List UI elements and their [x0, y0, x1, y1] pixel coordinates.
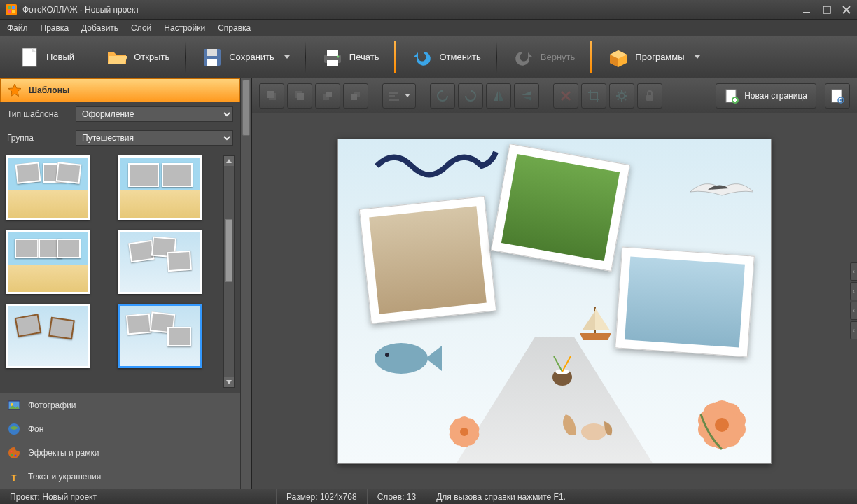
- svg-rect-4: [12, 10, 15, 13]
- svg-rect-10: [207, 59, 217, 66]
- menu-help[interactable]: Справка: [218, 23, 251, 33]
- page-gear-icon: [830, 88, 844, 104]
- new-page-button[interactable]: Новая страница: [716, 83, 816, 108]
- svg-point-50: [385, 353, 389, 357]
- sidebar-scrollbar[interactable]: [240, 78, 251, 489]
- sailboat-graphic: [576, 304, 615, 342]
- crop-button[interactable]: [581, 83, 606, 108]
- svg-line-38: [618, 92, 619, 93]
- palette-icon: [7, 446, 21, 460]
- chevron-down-icon: [405, 94, 410, 97]
- flip-vertical-button[interactable]: [514, 83, 539, 108]
- save-button[interactable]: Сохранить: [191, 40, 300, 75]
- side-handle[interactable]: ‹: [850, 321, 857, 340]
- print-button[interactable]: Печать: [312, 40, 389, 75]
- new-button[interactable]: Новый: [8, 40, 84, 75]
- bring-to-front-button[interactable]: [259, 83, 284, 108]
- template-group-filter: Группа Путешествия: [0, 126, 240, 150]
- canvas-viewport[interactable]: ‹ ‹ ‹ ‹: [252, 113, 857, 489]
- titlebar: ФотоКОЛЛАЖ - Новый проект: [0, 0, 857, 20]
- page-plus-icon: [725, 88, 739, 104]
- panel-background[interactable]: Фон: [0, 417, 240, 441]
- rotate-right-button[interactable]: [458, 83, 483, 108]
- panel-templates[interactable]: Шаблоны: [0, 78, 240, 102]
- chevron-down-icon: [284, 55, 290, 59]
- svg-point-62: [460, 428, 468, 436]
- programs-button[interactable]: Программы: [597, 40, 709, 75]
- maximize-button[interactable]: [822, 5, 832, 15]
- main-toolbar: Новый Открыть Сохранить Печать Отменить …: [0, 36, 857, 78]
- status-layers: Слоев: 13: [368, 489, 427, 504]
- file-icon: [18, 46, 41, 69]
- svg-point-47: [840, 99, 842, 101]
- rotate-left-button[interactable]: [430, 83, 455, 108]
- minimize-button[interactable]: [802, 5, 812, 15]
- canvas[interactable]: [337, 139, 772, 464]
- template-group-label: Группа: [7, 133, 70, 143]
- side-handle[interactable]: ‹: [850, 282, 857, 300]
- svg-rect-29: [351, 94, 357, 100]
- scroll-thumb[interactable]: [225, 219, 232, 282]
- svg-point-14: [337, 55, 339, 57]
- coconut-graphic: [548, 355, 576, 386]
- open-button[interactable]: Открыть: [96, 40, 179, 75]
- align-button[interactable]: [382, 83, 416, 108]
- panel-effects[interactable]: Эффекты и рамки: [0, 441, 240, 465]
- redo-button[interactable]: Вернуть: [503, 40, 585, 75]
- template-type-filter: Тип шаблона Оформление: [0, 102, 240, 126]
- menu-file[interactable]: Файл: [7, 23, 28, 33]
- panel-photos[interactable]: Фотографии: [0, 393, 240, 417]
- photo-frame[interactable]: [491, 143, 630, 271]
- template-thumb-selected[interactable]: [118, 304, 202, 368]
- scroll-up-button[interactable]: [224, 156, 234, 166]
- template-type-select[interactable]: Оформление: [76, 106, 233, 122]
- lock-button[interactable]: [637, 83, 662, 108]
- svg-point-19: [11, 454, 13, 456]
- svg-rect-31: [389, 95, 395, 97]
- template-scrollbar[interactable]: [223, 155, 235, 388]
- photo-frame[interactable]: [615, 246, 755, 357]
- bring-forward-button[interactable]: [315, 83, 340, 108]
- side-handle[interactable]: ‹: [850, 262, 857, 281]
- template-thumb[interactable]: [6, 304, 90, 368]
- menu-add[interactable]: Добавить: [81, 23, 118, 33]
- scroll-down-button[interactable]: [224, 377, 234, 387]
- ribbon-graphic: [373, 145, 499, 183]
- flip-horizontal-button[interactable]: [486, 83, 511, 108]
- close-button[interactable]: [842, 5, 851, 15]
- undo-button[interactable]: Отменить: [401, 40, 490, 75]
- template-thumb[interactable]: [6, 230, 90, 294]
- menu-layer[interactable]: Слой: [131, 23, 151, 33]
- menu-edit[interactable]: Правка: [41, 23, 69, 33]
- chevron-down-icon: [695, 55, 700, 59]
- send-backward-button[interactable]: [343, 83, 368, 108]
- svg-rect-9: [207, 49, 217, 56]
- svg-point-67: [581, 424, 606, 440]
- template-thumb[interactable]: [6, 155, 90, 220]
- template-thumb[interactable]: [118, 155, 202, 220]
- send-to-back-button[interactable]: [287, 83, 312, 108]
- svg-line-66: [562, 356, 571, 372]
- seagull-graphic: [687, 174, 757, 209]
- status-project: Проект: Новый проект: [0, 489, 277, 504]
- svg-point-20: [15, 455, 17, 457]
- svg-rect-32: [389, 99, 399, 101]
- panel-text[interactable]: T Текст и украшения: [0, 465, 240, 489]
- page-settings-button[interactable]: [825, 83, 850, 108]
- window-title: ФотоКОЛЛАЖ - Новый проект: [22, 5, 802, 15]
- template-thumb[interactable]: [118, 230, 202, 294]
- side-handle[interactable]: ‹: [850, 302, 857, 320]
- scroll-thumb[interactable]: [242, 80, 250, 136]
- menu-settings[interactable]: Настройки: [164, 23, 205, 33]
- svg-rect-1: [8, 6, 11, 9]
- properties-button[interactable]: [609, 83, 634, 108]
- canvas-toolbar: Новая страница: [252, 78, 857, 113]
- flower-graphic: [436, 407, 492, 456]
- photo-frame[interactable]: [359, 196, 496, 324]
- delete-button[interactable]: [553, 83, 578, 108]
- svg-rect-0: [6, 4, 17, 15]
- template-grid: [0, 150, 240, 393]
- svg-text:T: T: [11, 473, 17, 483]
- printer-icon: [321, 46, 344, 69]
- template-group-select[interactable]: Путешествия: [76, 130, 233, 146]
